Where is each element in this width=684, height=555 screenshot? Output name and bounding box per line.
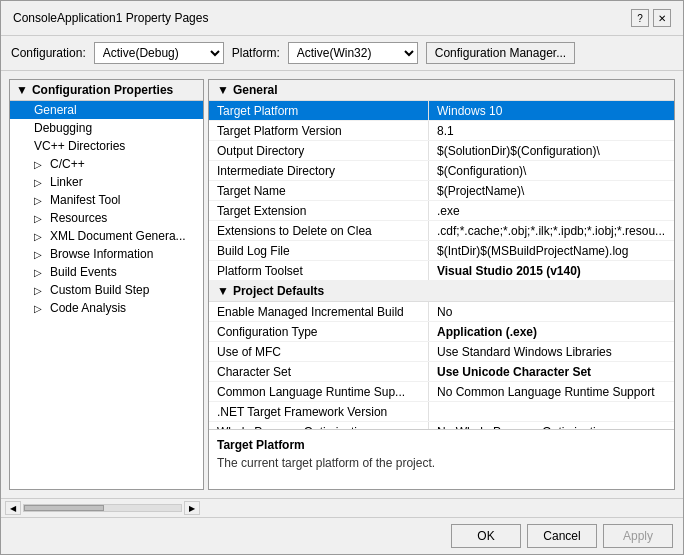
- prop-name-config-type: Configuration Type: [209, 322, 429, 341]
- prop-name-target-platform: Target Platform: [209, 101, 429, 120]
- prop-row-target-name[interactable]: Target Name $(ProjectName)\: [209, 181, 674, 201]
- sidebar-item-general[interactable]: General: [10, 101, 203, 119]
- prop-value-build-log: $(IntDir)$(MSBuildProjectName).log: [429, 241, 674, 260]
- prop-name-extensions-delete: Extensions to Delete on Clea: [209, 221, 429, 240]
- prop-name-use-mfc: Use of MFC: [209, 342, 429, 361]
- right-panel: ▼ General Target Platform Windows 10 Tar…: [208, 79, 675, 490]
- prop-row-target-extension[interactable]: Target Extension .exe: [209, 201, 674, 221]
- prop-value-output-directory: $(SolutionDir)$(Configuration)\: [429, 141, 674, 160]
- prop-name-intermediate-directory: Intermediate Directory: [209, 161, 429, 180]
- prop-value-target-extension: .exe: [429, 201, 674, 220]
- prop-value-platform-toolset: Visual Studio 2015 (v140): [429, 261, 674, 280]
- close-button[interactable]: ✕: [653, 9, 671, 27]
- prop-name-net-target: .NET Target Framework Version: [209, 402, 429, 421]
- general-section-header: ▼ General: [209, 80, 674, 101]
- prop-value-clr-support: No Common Language Runtime Support: [429, 382, 674, 401]
- left-panel: ▼ Configuration Properties General Debug…: [9, 79, 204, 490]
- general-section-label: General: [233, 83, 278, 97]
- prop-value-config-type: Application (.exe): [429, 322, 674, 341]
- configuration-manager-button[interactable]: Configuration Manager...: [426, 42, 575, 64]
- prop-value-target-name: $(ProjectName)\: [429, 181, 674, 200]
- sidebar-item-c-cpp[interactable]: ▷C/C++: [10, 155, 203, 173]
- project-defaults-section-header: ▼ Project Defaults: [209, 281, 674, 302]
- prop-name-platform-toolset: Platform Toolset: [209, 261, 429, 280]
- info-panel: Target Platform The current target platf…: [209, 429, 674, 489]
- prop-row-net-target[interactable]: .NET Target Framework Version: [209, 402, 674, 422]
- prop-name-character-set: Character Set: [209, 362, 429, 381]
- ok-button[interactable]: OK: [451, 524, 521, 548]
- title-bar-buttons: ? ✕: [631, 9, 671, 27]
- prop-row-intermediate-directory[interactable]: Intermediate Directory $(Configuration)\: [209, 161, 674, 181]
- prop-name-build-log: Build Log File: [209, 241, 429, 260]
- tree-section-header: ▼ Configuration Properties: [10, 80, 203, 101]
- project-defaults-label: Project Defaults: [233, 284, 324, 298]
- cancel-button[interactable]: Cancel: [527, 524, 597, 548]
- main-content: ▼ Configuration Properties General Debug…: [1, 71, 683, 498]
- prop-row-target-platform-version[interactable]: Target Platform Version 8.1: [209, 121, 674, 141]
- prop-row-config-type[interactable]: Configuration Type Application (.exe): [209, 322, 674, 342]
- section-expand-icon: ▼: [217, 83, 229, 97]
- prop-row-target-platform[interactable]: Target Platform Windows 10: [209, 101, 674, 121]
- dialog-title: ConsoleApplication1 Property Pages: [13, 11, 208, 25]
- expand-icon: ▼: [16, 83, 28, 97]
- prop-value-whole-program: No Whole Program Optimization: [429, 422, 674, 429]
- sidebar-item-debugging[interactable]: Debugging: [10, 119, 203, 137]
- info-title: Target Platform: [217, 438, 666, 452]
- sidebar-item-manifest-tool[interactable]: ▷Manifest Tool: [10, 191, 203, 209]
- prop-row-whole-program[interactable]: Whole Program Optimization No Whole Prog…: [209, 422, 674, 429]
- prop-row-build-log[interactable]: Build Log File $(IntDir)$(MSBuildProject…: [209, 241, 674, 261]
- prop-name-enable-managed: Enable Managed Incremental Build: [209, 302, 429, 321]
- prop-row-output-directory[interactable]: Output Directory $(SolutionDir)$(Configu…: [209, 141, 674, 161]
- prop-value-character-set: Use Unicode Character Set: [429, 362, 674, 381]
- prop-value-use-mfc: Use Standard Windows Libraries: [429, 342, 674, 361]
- sidebar-item-vc-directories[interactable]: VC++ Directories: [10, 137, 203, 155]
- help-button[interactable]: ?: [631, 9, 649, 27]
- prop-value-net-target: [429, 402, 674, 421]
- prop-name-target-extension: Target Extension: [209, 201, 429, 220]
- footer: OK Cancel Apply: [1, 517, 683, 554]
- prop-row-extensions-delete[interactable]: Extensions to Delete on Clea .cdf;*.cach…: [209, 221, 674, 241]
- prop-name-whole-program: Whole Program Optimization: [209, 422, 429, 429]
- sidebar-item-resources[interactable]: ▷Resources: [10, 209, 203, 227]
- config-label: Configuration:: [11, 46, 86, 60]
- prop-name-target-name: Target Name: [209, 181, 429, 200]
- prop-value-intermediate-directory: $(Configuration)\: [429, 161, 674, 180]
- apply-button[interactable]: Apply: [603, 524, 673, 548]
- sidebar-item-browse-information[interactable]: ▷Browse Information: [10, 245, 203, 263]
- prop-name-clr-support: Common Language Runtime Sup...: [209, 382, 429, 401]
- sidebar-item-code-analysis[interactable]: ▷Code Analysis: [10, 299, 203, 317]
- prop-name-output-directory: Output Directory: [209, 141, 429, 160]
- platform-select[interactable]: Active(Win32): [288, 42, 418, 64]
- prop-value-target-platform-version: 8.1: [429, 121, 674, 140]
- section-expand-icon-2: ▼: [217, 284, 229, 298]
- prop-value-target-platform: Windows 10: [429, 101, 674, 120]
- prop-name-target-platform-version: Target Platform Version: [209, 121, 429, 140]
- prop-row-enable-managed[interactable]: Enable Managed Incremental Build No: [209, 302, 674, 322]
- property-pages-dialog: ConsoleApplication1 Property Pages ? ✕ C…: [0, 0, 684, 555]
- prop-row-use-mfc[interactable]: Use of MFC Use Standard Windows Librarie…: [209, 342, 674, 362]
- property-table: ▼ General Target Platform Windows 10 Tar…: [209, 80, 674, 429]
- scroll-left-arrow[interactable]: ◀: [5, 501, 21, 515]
- configuration-select[interactable]: Active(Debug): [94, 42, 224, 64]
- prop-value-extensions-delete: .cdf;*.cache;*.obj;*.ilk;*.ipdb;*.iobj;*…: [429, 221, 674, 240]
- sidebar-item-build-events[interactable]: ▷Build Events: [10, 263, 203, 281]
- prop-row-clr-support[interactable]: Common Language Runtime Sup... No Common…: [209, 382, 674, 402]
- sidebar-item-xml-document[interactable]: ▷XML Document Genera...: [10, 227, 203, 245]
- toolbar: Configuration: Active(Debug) Platform: A…: [1, 36, 683, 71]
- platform-label: Platform:: [232, 46, 280, 60]
- title-bar: ConsoleApplication1 Property Pages ? ✕: [1, 1, 683, 36]
- sidebar-item-custom-build-step[interactable]: ▷Custom Build Step: [10, 281, 203, 299]
- scroll-right-arrow[interactable]: ▶: [184, 501, 200, 515]
- sidebar-item-linker[interactable]: ▷Linker: [10, 173, 203, 191]
- prop-value-enable-managed: No: [429, 302, 674, 321]
- scrollbar-row: ◀ ▶: [1, 498, 683, 517]
- info-description: The current target platform of the proje…: [217, 456, 666, 470]
- prop-row-platform-toolset[interactable]: Platform Toolset Visual Studio 2015 (v14…: [209, 261, 674, 281]
- prop-row-character-set[interactable]: Character Set Use Unicode Character Set: [209, 362, 674, 382]
- horizontal-scrollbar[interactable]: [23, 504, 182, 512]
